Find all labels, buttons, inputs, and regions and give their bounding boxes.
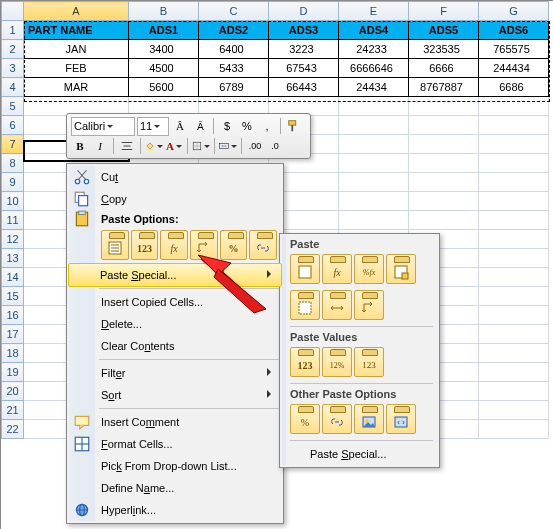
col-header-G[interactable]: G xyxy=(479,2,549,21)
increase-decimal-button[interactable]: .00 xyxy=(246,137,264,155)
cell-A1[interactable]: PART NAME xyxy=(24,21,129,40)
italic-button[interactable]: I xyxy=(91,137,109,155)
format-painter-button[interactable] xyxy=(285,117,303,135)
col-header-A[interactable]: A xyxy=(24,2,129,21)
cell-G1[interactable]: ADS6 xyxy=(479,21,549,40)
col-header-B[interactable]: B xyxy=(129,2,199,21)
sub-other-link[interactable] xyxy=(322,404,352,434)
cell-B2[interactable]: 3400 xyxy=(129,40,199,59)
row-header-17[interactable]: 17 xyxy=(2,325,24,344)
row-header-1[interactable]: 1 xyxy=(2,21,24,40)
menu-paste-special[interactable]: Paste Special... xyxy=(68,263,282,287)
sub-paste-keep-src[interactable] xyxy=(386,254,416,284)
cell-B1[interactable]: ADS1 xyxy=(129,21,199,40)
col-header-C[interactable]: C xyxy=(199,2,269,21)
cell-C2[interactable]: 6400 xyxy=(199,40,269,59)
row-header-15[interactable]: 15 xyxy=(2,287,24,306)
shrink-font-button[interactable]: Ǎ xyxy=(191,117,209,135)
menu-format-cells[interactable]: Format Cells... xyxy=(69,433,281,455)
cell-F1[interactable]: ADS5 xyxy=(409,21,479,40)
row-header-10[interactable]: 10 xyxy=(2,192,24,211)
menu-insert-comment[interactable]: Insert Comment xyxy=(69,411,281,433)
decrease-decimal-button[interactable]: .0 xyxy=(266,137,284,155)
bold-button[interactable]: B xyxy=(71,137,89,155)
center-align-button[interactable] xyxy=(118,137,136,155)
row-header-16[interactable]: 16 xyxy=(2,306,24,325)
cell-B4[interactable]: 5600 xyxy=(129,78,199,97)
submenu-paste-special-item[interactable]: Paste Special... xyxy=(282,443,437,465)
menu-insert-cells[interactable]: Insert Copied Cells... xyxy=(69,291,281,313)
col-header-F[interactable]: F xyxy=(409,2,479,21)
borders-button[interactable] xyxy=(192,137,210,155)
cell-B3[interactable]: 4500 xyxy=(129,59,199,78)
row-header-12[interactable]: 12 xyxy=(2,230,24,249)
font-size-combo[interactable]: 11 xyxy=(137,117,169,136)
sub-paste-formulas-fmt[interactable]: %fx xyxy=(354,254,384,284)
row-header-11[interactable]: 11 xyxy=(2,211,24,230)
fill-color-button[interactable] xyxy=(145,137,163,155)
row-header-20[interactable]: 20 xyxy=(2,382,24,401)
sub-values-numfmt[interactable]: 12% xyxy=(322,347,352,377)
row-header-19[interactable]: 19 xyxy=(2,363,24,382)
paste-transpose-button[interactable] xyxy=(190,230,218,260)
row-header-6[interactable]: 6 xyxy=(2,116,24,135)
cell-D4[interactable]: 66443 xyxy=(269,78,339,97)
select-all-corner[interactable] xyxy=(2,2,24,21)
cell-F4[interactable]: 8767887 xyxy=(409,78,479,97)
sub-paste-all[interactable] xyxy=(290,254,320,284)
menu-hyperlink[interactable]: Hyperlink... xyxy=(69,499,281,521)
cell-C4[interactable]: 6789 xyxy=(199,78,269,97)
menu-cut[interactable]: Cut xyxy=(69,166,281,188)
menu-filter[interactable]: Filter xyxy=(69,362,281,384)
menu-sort[interactable]: Sort xyxy=(69,384,281,406)
sub-other-pic[interactable] xyxy=(354,404,384,434)
menu-clear-contents[interactable]: Clear Contents xyxy=(69,335,281,357)
cell-G3[interactable]: 244434 xyxy=(479,59,549,78)
sub-paste-colwidth[interactable] xyxy=(322,290,352,320)
row-header-9[interactable]: 9 xyxy=(2,173,24,192)
row-header-8[interactable]: 8 xyxy=(2,154,24,173)
sub-other-fmt[interactable]: % xyxy=(290,404,320,434)
row-header-2[interactable]: 2 xyxy=(2,40,24,59)
sub-values-srcfmt[interactable]: 123 xyxy=(354,347,384,377)
row-header-18[interactable]: 18 xyxy=(2,344,24,363)
sub-paste-noborder[interactable] xyxy=(290,290,320,320)
paste-percent-button[interactable]: % xyxy=(220,230,248,260)
row-header-21[interactable]: 21 xyxy=(2,401,24,420)
row-header-22[interactable]: 22 xyxy=(2,420,24,439)
menu-copy[interactable]: Copy xyxy=(69,188,281,210)
row-header-4[interactable]: 4 xyxy=(2,78,24,97)
sub-other-piclink[interactable] xyxy=(386,404,416,434)
paste-values-button[interactable]: 123 xyxy=(131,230,159,260)
cell-F3[interactable]: 6666 xyxy=(409,59,479,78)
sub-values[interactable]: 123 xyxy=(290,347,320,377)
paste-link-button[interactable] xyxy=(249,230,277,260)
row-header-14[interactable]: 14 xyxy=(2,268,24,287)
cell-C3[interactable]: 5433 xyxy=(199,59,269,78)
percent-format-button[interactable]: % xyxy=(238,117,256,135)
col-header-E[interactable]: E xyxy=(339,2,409,21)
row-header-13[interactable]: 13 xyxy=(2,249,24,268)
menu-pick-dropdown[interactable]: Pick From Drop-down List... xyxy=(69,455,281,477)
row-header-5[interactable]: 5 xyxy=(2,97,24,116)
merge-center-button[interactable] xyxy=(219,137,237,155)
grow-font-button[interactable]: Â xyxy=(171,117,189,135)
cell-E1[interactable]: ADS4 xyxy=(339,21,409,40)
cell-E4[interactable]: 24434 xyxy=(339,78,409,97)
cell-A2[interactable]: JAN xyxy=(24,40,129,59)
comma-format-button[interactable]: , xyxy=(258,117,276,135)
font-color-button[interactable]: A xyxy=(165,137,183,155)
menu-delete[interactable]: Delete... xyxy=(69,313,281,335)
cell-E3[interactable]: 6666646 xyxy=(339,59,409,78)
cell-D2[interactable]: 3223 xyxy=(269,40,339,59)
cell-F2[interactable]: 323535 xyxy=(409,40,479,59)
row-header-7[interactable]: 7 xyxy=(2,135,24,154)
col-header-D[interactable]: D xyxy=(269,2,339,21)
cell-D1[interactable]: ADS3 xyxy=(269,21,339,40)
paste-formulas-button[interactable]: fx xyxy=(160,230,188,260)
sub-paste-formulas[interactable]: fx xyxy=(322,254,352,284)
cell-D3[interactable]: 67543 xyxy=(269,59,339,78)
cell-C1[interactable]: ADS2 xyxy=(199,21,269,40)
menu-define-name[interactable]: Define Name... xyxy=(69,477,281,499)
cell-G4[interactable]: 6686 xyxy=(479,78,549,97)
